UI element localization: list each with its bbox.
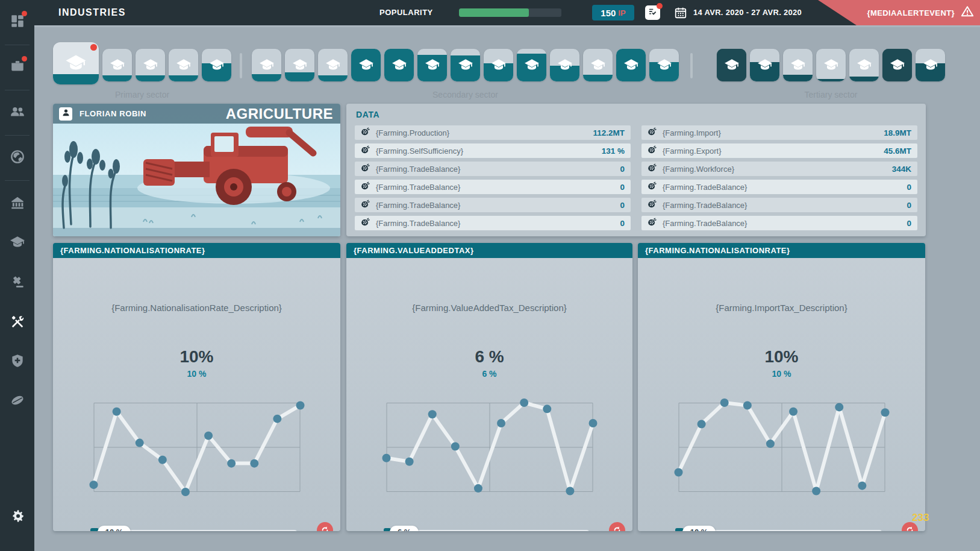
minister-portrait[interactable] [59,107,72,121]
panel-current-value: 10% [53,347,340,367]
sector-tile[interactable] [816,49,846,81]
sidebar-item-dashboard[interactable] [0,7,34,37]
sector-tile[interactable] [783,49,813,81]
sidebar-item-population[interactable] [0,98,34,128]
sector-tile[interactable] [136,49,165,81]
notification-dot [22,56,27,61]
sector-tile[interactable] [882,49,912,81]
minister-name: FLORIAN ROBIN [80,109,146,118]
data-row[interactable]: {Farming.SelfSufficiency}131 % [355,143,631,158]
sector-tile[interactable] [417,49,447,81]
graduation-cap-icon [143,57,158,73]
tasks-button[interactable] [645,5,660,20]
sector-tile[interactable] [616,49,646,81]
slider-value-pill[interactable]: 10 % [682,526,716,531]
bug-icon [355,162,370,175]
chart-point [273,415,281,423]
sector-tile[interactable] [252,49,281,81]
data-row-label: {Farming.SelfSufficiency} [376,146,463,156]
policy-slider[interactable]: 10 % [90,530,297,531]
popularity-bar [459,8,561,17]
sector-tile[interactable] [318,49,348,81]
reset-button[interactable] [317,522,333,531]
sector-tile[interactable] [384,49,414,81]
data-row[interactable]: {Farming.Export}45.6MT [641,143,917,158]
data-row[interactable]: {Farming.TradeBalance}0 [641,198,917,212]
bug-icon [641,216,657,230]
sidebar-item-culture[interactable] [0,386,34,417]
data-row[interactable]: {Farming.TradeBalance}0 [355,198,631,212]
policy-slider[interactable]: 6 % [384,530,589,531]
chart-point [588,419,597,427]
sidebar-item-industries[interactable] [0,308,34,338]
data-row[interactable]: {Farming.TradeBalance}0 [641,180,917,194]
globe-icon [10,149,25,167]
data-row[interactable]: {Farming.TradeBalance}0 [355,162,631,176]
graduation-cap-icon [392,57,407,73]
chart-point [158,456,166,464]
reset-button[interactable] [609,522,625,531]
sector-fill-level [285,72,314,81]
sector-tile[interactable] [517,49,546,81]
data-row-label: {Farming.Export} [663,146,722,156]
data-row-value: 45.6MT [884,146,911,156]
data-row-value: 0 [907,201,911,210]
slider-row: 10 % [638,523,925,531]
calendar-icon[interactable] [674,6,687,19]
chart-point [473,484,482,493]
sector-tile[interactable] [750,49,779,81]
data-row[interactable]: {Farming.TradeBalance}0 [641,216,917,230]
sector-tile[interactable] [583,49,613,81]
media-alert-button[interactable]: {MEDIAALERTEVENT} [813,0,980,25]
sidebar-divider [5,45,30,45]
sidebar-item-media[interactable] [0,52,34,83]
sector-tile[interactable] [916,49,945,81]
data-row-value: 0 [907,219,911,228]
sector-tile[interactable] [351,49,381,81]
sector-tile[interactable] [53,42,99,84]
data-row[interactable]: {Farming.Production}112.2MT [355,125,631,140]
slider-value-pill[interactable]: 10 % [98,526,131,531]
sidebar [0,0,34,551]
sector-tile[interactable] [102,49,132,81]
data-row[interactable]: {Farming.Import}18.9MT [641,125,917,140]
policy-slider[interactable]: 10 % [675,530,882,531]
data-row-value: 131 % [602,146,625,156]
sector-tile[interactable] [169,49,198,81]
data-row-label: {Farming.TradeBalance} [376,165,460,174]
sector-fill-level [849,77,879,81]
sector-tile[interactable] [649,49,679,81]
sidebar-item-education[interactable] [0,228,34,259]
sector-tile[interactable] [717,49,746,81]
sector-tile[interactable] [849,49,879,81]
sidebar-item-health[interactable] [0,347,34,377]
graduation-cap-icon [458,57,473,73]
chart-point [204,432,213,440]
sidebar-item-justice[interactable] [0,268,34,298]
sector-tile[interactable] [550,49,579,81]
sector-tile[interactable] [202,49,231,81]
data-row[interactable]: {Farming.TradeBalance}0 [355,216,631,230]
chart-point [674,468,682,476]
influence-points-badge[interactable]: 150 IP [592,5,634,20]
slider-value-pill[interactable]: 6 % [390,526,419,531]
panel-header: {FARMING.NATIONALISATIONRATE} [53,243,340,258]
data-row[interactable]: {Farming.Workforce}344K [641,162,917,176]
chart-point [227,459,236,468]
panel-description: {Farming.ValueAddedTax_Description} [346,303,632,313]
sidebar-item-government[interactable] [0,189,34,219]
sector-tile[interactable] [484,49,513,81]
sector-fill-level [252,74,281,81]
data-row-label: {Farming.TradeBalance} [663,219,747,228]
chart-point [743,401,751,409]
slider-row: 10 % [53,523,340,531]
chart-point [881,408,889,417]
chart-point [135,439,143,447]
sector-tile[interactable] [451,49,480,81]
data-row[interactable]: {Farming.TradeBalance}0 [355,180,631,194]
industry-card[interactable]: FLORIAN ROBIN AGRICULTURE [53,104,340,236]
sidebar-item-settings[interactable] [0,502,34,532]
sidebar-item-world[interactable] [0,143,34,173]
sector-tile[interactable] [285,49,314,81]
chart-point [250,459,258,468]
